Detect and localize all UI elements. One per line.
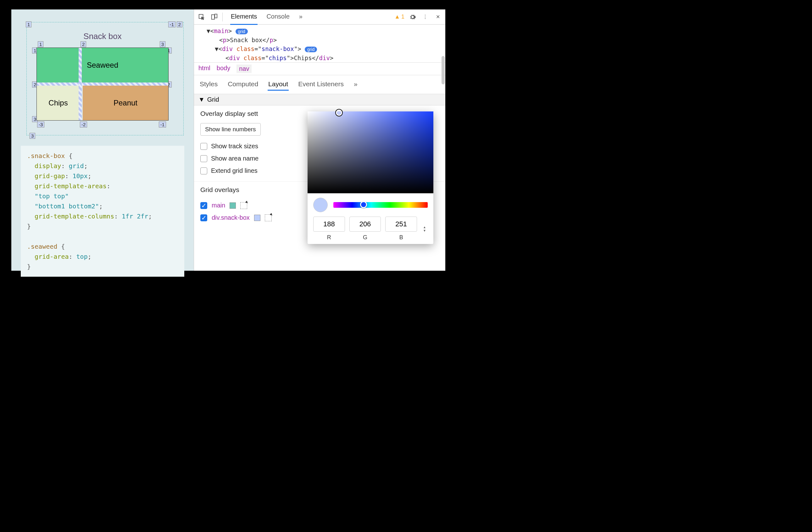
- gear-icon[interactable]: [408, 13, 417, 22]
- grid-line-label: -1: [159, 122, 166, 127]
- overlay-color-swatch[interactable]: [254, 215, 260, 221]
- dom-tag: main: [214, 27, 228, 34]
- breadcrumb-item[interactable]: nav: [236, 65, 251, 73]
- grid-badge[interactable]: grid: [235, 29, 248, 34]
- checkbox-track-sizes[interactable]: [200, 143, 207, 150]
- more-subtabs-icon[interactable]: »: [353, 79, 358, 91]
- grid-line-label: 3: [30, 133, 35, 139]
- main-tabs: Elements Console »: [230, 9, 303, 25]
- overlay-label[interactable]: div.snack-box: [212, 214, 250, 221]
- hue-thumb[interactable]: [360, 201, 367, 208]
- breadcrumb[interactable]: html body nav: [194, 62, 445, 75]
- grid-gap-highlight: [78, 48, 82, 120]
- subtab-styles[interactable]: Styles: [199, 79, 218, 91]
- breadcrumb-item[interactable]: html: [199, 65, 211, 73]
- warnings-indicator[interactable]: ▲ 1: [394, 14, 404, 20]
- channel-label: B: [385, 234, 417, 241]
- grid-line-label: 2: [81, 41, 86, 47]
- grid-line-label: -2: [80, 122, 87, 127]
- css-code-block: .snack-box { display: grid; grid-gap: 10…: [21, 146, 184, 277]
- checkbox-label: Show area name: [211, 155, 259, 162]
- grid-section-header[interactable]: ▼ Grid: [194, 94, 445, 106]
- dom-class: chips: [269, 54, 287, 61]
- warnings-count: 1: [401, 14, 404, 20]
- rendered-page-pane: 1 2 -1 3 Snack box 1 2 3 1 2 3 -1 -2 -3 …: [11, 10, 194, 271]
- highlight-icon[interactable]: [265, 214, 272, 221]
- devtools-toolbar: Elements Console » ▲ 1 ⋮ ✕: [194, 10, 445, 25]
- kebab-menu-icon[interactable]: ⋮: [421, 13, 430, 22]
- subtab-computed[interactable]: Computed: [227, 79, 259, 91]
- grid-item-seaweed: Seaweed: [37, 48, 168, 83]
- styles-subtabs: Styles Computed Layout Event Listeners »: [194, 75, 445, 94]
- channel-label: G: [349, 234, 381, 241]
- saturation-area[interactable]: [307, 111, 433, 193]
- dom-tree[interactable]: ▼<main> grid <p>Snack box</p> ▼<div clas…: [194, 25, 445, 62]
- grid-item-peanut: Peanut: [83, 86, 168, 120]
- scrollbar[interactable]: [441, 56, 445, 84]
- overlay-color-swatch[interactable]: [230, 202, 236, 209]
- r-input[interactable]: [313, 216, 345, 232]
- dom-class: snack-box: [262, 45, 294, 52]
- breadcrumb-item[interactable]: body: [217, 65, 230, 73]
- channel-label: R: [313, 234, 345, 241]
- line-numbers-select[interactable]: Show line numbers: [200, 123, 261, 136]
- devtools-panel: Elements Console » ▲ 1 ⋮ ✕ ▼<main> grid …: [194, 10, 445, 271]
- tab-elements[interactable]: Elements: [230, 9, 258, 25]
- b-input[interactable]: [385, 216, 417, 232]
- overlay-label[interactable]: main: [212, 202, 225, 209]
- g-input[interactable]: [349, 216, 381, 232]
- overlay-checkbox[interactable]: ✓: [200, 202, 207, 209]
- grid-line-label: 3: [160, 41, 165, 47]
- checkbox-extend-lines[interactable]: [200, 167, 207, 174]
- tab-console[interactable]: Console: [266, 9, 290, 25]
- checkbox-label: Show track sizes: [211, 143, 258, 150]
- grid-item-chips: Chips: [37, 86, 79, 120]
- subtab-event-listeners[interactable]: Event Listeners: [298, 79, 344, 91]
- inspect-icon[interactable]: [197, 13, 206, 22]
- grid-gap-highlight: [37, 83, 168, 86]
- close-icon[interactable]: ✕: [433, 13, 442, 22]
- grid-line-label: 1: [38, 41, 43, 47]
- hue-slider[interactable]: [333, 202, 428, 208]
- color-mode-toggle[interactable]: ▲▼: [421, 225, 428, 232]
- grid-line-label: 2: [177, 22, 183, 27]
- dom-text: Chips: [294, 54, 311, 61]
- devtools-window: 1 2 -1 3 Snack box 1 2 3 1 2 3 -1 -2 -3 …: [11, 10, 445, 271]
- color-picker-popover: R G B ▲▼: [307, 111, 433, 244]
- grid-line-label: 1: [26, 22, 31, 27]
- svg-rect-2: [215, 14, 217, 18]
- more-tabs-icon[interactable]: »: [299, 9, 303, 25]
- checkbox-label: Extend grid lines: [211, 167, 258, 174]
- color-preview[interactable]: [313, 198, 328, 212]
- checkbox-area-names[interactable]: [200, 155, 207, 162]
- grid-line-label: -1: [168, 22, 175, 27]
- snack-box-grid: Seaweed Chips Peanut: [37, 47, 169, 121]
- saturation-cursor[interactable]: [336, 110, 342, 116]
- device-toggle-icon[interactable]: [210, 13, 219, 22]
- highlight-icon[interactable]: [240, 202, 247, 209]
- grid-badge[interactable]: grid: [305, 46, 317, 52]
- dom-text: Snack box: [230, 37, 262, 43]
- section-title: Grid: [207, 96, 219, 103]
- subtab-layout[interactable]: Layout: [267, 79, 289, 91]
- svg-rect-1: [212, 14, 215, 19]
- grid-line-label: -3: [37, 122, 44, 127]
- overlay-checkbox[interactable]: ✓: [200, 214, 207, 221]
